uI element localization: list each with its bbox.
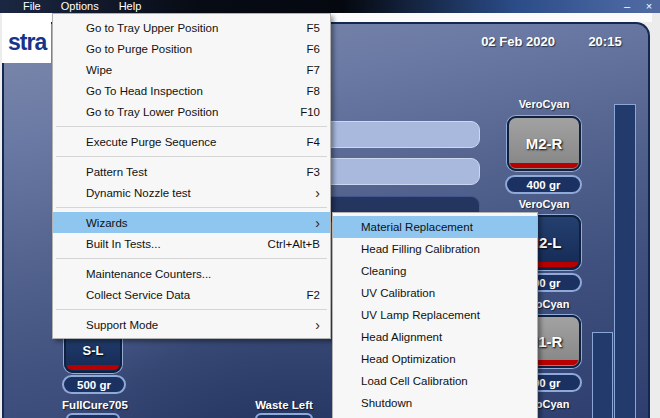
- submenu-item-uv-lamp-replacement[interactable]: UV Lamp Replacement: [333, 304, 537, 326]
- menu-item-go-to-purge-position[interactable]: Go to Purge Position F6: [53, 38, 330, 59]
- material-name-label: VeroCyan: [504, 98, 584, 110]
- submenu-item-head-alignment[interactable]: Head Alignment: [333, 326, 537, 348]
- material-name-label: VeroCyan: [504, 198, 584, 210]
- options-dropdown-menu: Go to Tray Upper Position F5 Go to Purge…: [52, 13, 331, 339]
- weight-badge-m2r: 400 gr: [505, 175, 582, 194]
- cartridge-slot-label: S-L: [83, 343, 104, 358]
- submenu-item-shutdown[interactable]: Shutdown: [333, 392, 537, 414]
- menu-item-maintenance-counters[interactable]: Maintenance Counters...: [53, 263, 330, 284]
- menu-help[interactable]: Help: [109, 0, 152, 13]
- submenu-item-uv-calibration[interactable]: UV Calibration: [333, 282, 537, 304]
- fullcure-weight-badge-partial: [66, 413, 120, 418]
- menu-item-dynamic-nozzle-test[interactable]: Dynamic Nozzle test ›: [53, 182, 330, 203]
- menu-separator: [53, 305, 330, 314]
- menu-separator: [53, 122, 330, 131]
- submenu-item-load-cell-calibration[interactable]: Load Cell Calibration: [333, 370, 537, 392]
- submenu-arrow-icon: ›: [310, 318, 320, 332]
- menu-separator: [53, 203, 330, 212]
- submenu-arrow-icon: ›: [310, 216, 320, 230]
- cartridge-slot-label: M2-R: [526, 135, 563, 152]
- window-controls: – ×: [620, 0, 656, 13]
- date-display: 02 Feb 2020: [468, 34, 568, 49]
- submenu-item-material-replacement[interactable]: Material Replacement: [333, 216, 537, 238]
- submenu-item-cleaning[interactable]: Cleaning: [333, 260, 537, 282]
- fullcure-label: FullCure705: [55, 399, 135, 411]
- waste-level-gauge: [592, 332, 613, 418]
- menu-item-execute-purge-sequence[interactable]: Execute Purge Sequence F4: [53, 131, 330, 152]
- menu-item-go-to-head-inspection[interactable]: Go To Head Inspection F8: [53, 80, 330, 101]
- menu-item-support-mode[interactable]: Support Mode ›: [53, 314, 330, 335]
- stratasys-logo: stra: [2, 13, 51, 63]
- material-level-gauge: [614, 104, 636, 418]
- wizards-submenu: Material Replacement Head Filling Calibr…: [332, 212, 538, 418]
- waste-weight-badge-partial: [255, 413, 313, 418]
- logo-text: stra: [8, 29, 51, 56]
- menu-separator: [53, 152, 330, 161]
- submenu-item-head-filling-calibration[interactable]: Head Filling Calibration: [333, 238, 537, 260]
- menu-item-go-to-tray-upper-position[interactable]: Go to Tray Upper Position F5: [53, 17, 330, 38]
- menu-options[interactable]: Options: [51, 0, 109, 13]
- waste-left-label: Waste Left: [248, 399, 320, 411]
- submenu-item-head-optimization[interactable]: Head Optimization: [333, 348, 537, 370]
- app-window: File Options Help – × stra 02 Feb 2020 2…: [0, 0, 660, 418]
- title-menu-bar: File Options Help – ×: [0, 0, 660, 13]
- weight-badge-sl: 500 gr: [62, 375, 126, 394]
- menu-item-built-in-tests[interactable]: Built In Tests... Ctrl+Alt+B: [53, 233, 330, 254]
- cartridge-alert-strip: [67, 365, 119, 370]
- menu-separator: [53, 254, 330, 263]
- menu-file[interactable]: File: [13, 0, 51, 13]
- cartridge-button-m2r[interactable]: M2-R: [507, 116, 581, 171]
- menu-item-pattern-test[interactable]: Pattern Test F3: [53, 161, 330, 182]
- menubar: File Options Help: [13, 0, 151, 13]
- menu-item-collect-service-data[interactable]: Collect Service Data F2: [53, 284, 330, 305]
- menu-item-wipe[interactable]: Wipe F7: [53, 59, 330, 80]
- menu-item-go-to-tray-lower-position[interactable]: Go to Tray Lower Position F10: [53, 101, 330, 122]
- close-icon[interactable]: ×: [642, 0, 656, 13]
- cartridge-alert-strip: [510, 163, 578, 168]
- minimize-icon[interactable]: –: [620, 0, 634, 13]
- menu-item-wizards[interactable]: Wizards ›: [53, 212, 330, 233]
- submenu-arrow-icon: ›: [310, 186, 320, 200]
- time-display: 20:15: [580, 34, 630, 49]
